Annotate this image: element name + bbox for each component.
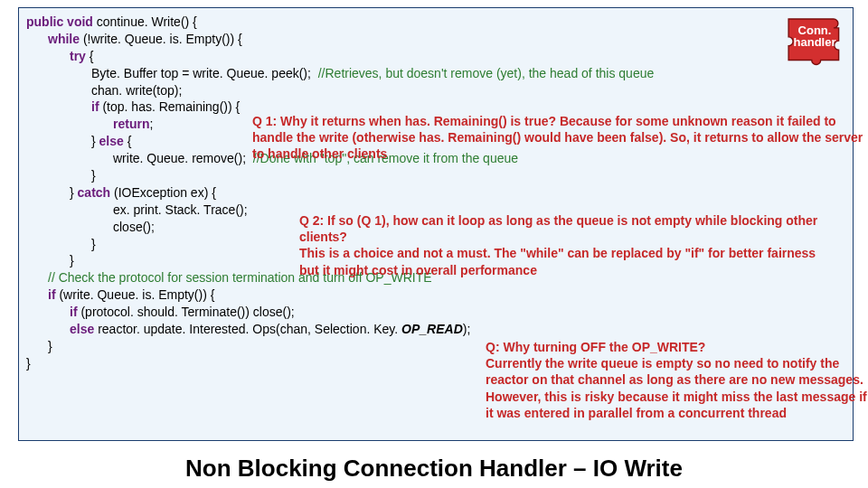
badge-text: Conn. handler [789, 24, 840, 48]
code-line: } [26, 167, 845, 184]
code-line: } catch (IOException ex) { [26, 184, 845, 202]
annotation-q3: Q: Why turning OFF the OP_WRITE? Current… [486, 339, 868, 421]
code-line: if (protocol. should. Terminate()) close… [26, 304, 845, 321]
code-line: public void continue. Write() { [26, 14, 845, 31]
annotation-q1: Q 1: Why it returns when has. Remaining(… [252, 113, 867, 163]
code-line: try { [26, 48, 845, 65]
code-line: Byte. Buffer top = write. Queue. peek();… [26, 65, 845, 82]
badge-line2: handler [794, 35, 836, 49]
code-line: if (write. Queue. is. Empty()) { [26, 286, 845, 304]
code-line: else reactor. update. Interested. Ops(ch… [26, 321, 845, 338]
code-line: chan. write(top); [26, 82, 845, 99]
slide-title: Non Blocking Connection Handler – IO Wri… [0, 455, 868, 483]
code-line: while (!write. Queue. is. Empty()) { [26, 31, 845, 48]
code-panel: Conn. handler public void continue. Writ… [18, 7, 854, 441]
annotation-q2: Q 2: If so (Q 1), how can it loop as lon… [299, 212, 833, 278]
